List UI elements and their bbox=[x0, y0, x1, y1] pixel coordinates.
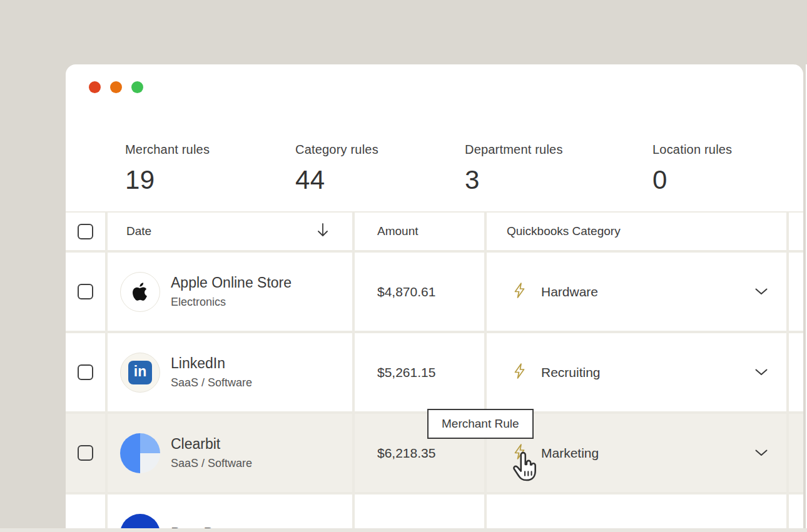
row-checkbox[interactable] bbox=[78, 445, 93, 461]
category-dropdown[interactable]: Recruiting bbox=[487, 333, 786, 411]
chevron-down-icon[interactable] bbox=[755, 288, 768, 295]
merchant-name: Clearbit bbox=[171, 436, 252, 453]
stat-label: Location rules bbox=[652, 143, 732, 157]
merchant-descriptor: Electronics bbox=[171, 296, 292, 309]
merchant-rule-bolt-icon[interactable] bbox=[512, 282, 527, 301]
stat-value: 3 bbox=[465, 165, 563, 195]
table-row: Best Buy bbox=[66, 494, 803, 528]
row-checkbox-cell bbox=[66, 494, 105, 528]
merchant-cell: Best Buy bbox=[108, 494, 352, 528]
select-all-checkbox[interactable] bbox=[78, 224, 93, 239]
stat-merchant-rules: Merchant rules 19 bbox=[125, 143, 210, 195]
header-date-cell[interactable]: Date bbox=[108, 213, 352, 250]
extra-cell bbox=[789, 414, 803, 492]
header-amount-cell[interactable]: Amount bbox=[355, 213, 484, 250]
header-extra-cell bbox=[789, 213, 803, 250]
amount-cell: $5,261.15 bbox=[355, 333, 484, 411]
header-category-cell[interactable]: Quickbooks Category bbox=[487, 213, 786, 250]
merchant-name: LinkedIn bbox=[171, 355, 252, 372]
amount-cell bbox=[355, 494, 484, 528]
transactions-table: Date Amount Quickbooks Category bbox=[66, 211, 803, 528]
merchant-info: Apple Online Store Electronics bbox=[171, 274, 292, 309]
merchant-name: Apple Online Store bbox=[171, 274, 292, 291]
row-checkbox[interactable] bbox=[78, 284, 93, 299]
bestbuy-logo-icon bbox=[120, 514, 160, 529]
app-window: Merchant rules 19 Category rules 44 Depa… bbox=[66, 64, 803, 528]
stat-department-rules: Department rules 3 bbox=[465, 143, 563, 195]
clearbit-logo-icon bbox=[120, 433, 160, 473]
category-value: Marketing bbox=[541, 446, 599, 461]
merchant-rule-tooltip: Merchant Rule bbox=[427, 409, 534, 439]
minimize-window-icon[interactable] bbox=[110, 81, 122, 93]
table-header-row: Date Amount Quickbooks Category bbox=[66, 213, 803, 250]
stat-location-rules: Location rules 0 bbox=[652, 143, 732, 195]
stat-category-rules: Category rules 44 bbox=[295, 143, 378, 195]
zoom-window-icon[interactable] bbox=[131, 81, 143, 93]
stat-label: Merchant rules bbox=[125, 143, 210, 157]
close-window-icon[interactable] bbox=[89, 81, 101, 93]
apple-logo-icon bbox=[120, 272, 160, 312]
merchant-info: Clearbit SaaS / Software bbox=[171, 436, 252, 470]
table-row: Apple Online Store Electronics $4,870.61… bbox=[66, 253, 803, 331]
stat-label: Category rules bbox=[295, 143, 378, 157]
chevron-down-icon[interactable] bbox=[755, 369, 768, 376]
stat-label: Department rules bbox=[465, 143, 563, 157]
window-controls bbox=[89, 81, 143, 93]
extra-cell bbox=[789, 494, 803, 528]
stat-value: 44 bbox=[295, 165, 378, 195]
extra-cell bbox=[789, 253, 803, 331]
category-column-label: Quickbooks Category bbox=[507, 224, 621, 238]
page-bottom-strip bbox=[0, 528, 807, 532]
extra-cell bbox=[789, 333, 803, 411]
row-checkbox-cell bbox=[66, 414, 105, 492]
merchant-descriptor: SaaS / Software bbox=[171, 457, 252, 470]
merchant-rule-bolt-icon[interactable] bbox=[512, 363, 527, 382]
category-dropdown[interactable] bbox=[487, 494, 786, 528]
merchant-cell: Clearbit SaaS / Software bbox=[108, 414, 352, 492]
merchant-cell: Apple Online Store Electronics bbox=[108, 253, 352, 331]
stat-value: 0 bbox=[652, 165, 732, 195]
merchant-info: LinkedIn SaaS / Software bbox=[171, 355, 252, 389]
header-checkbox-cell bbox=[66, 213, 105, 250]
date-column-label: Date bbox=[126, 224, 151, 238]
row-checkbox-cell bbox=[66, 253, 105, 331]
category-value: Hardware bbox=[541, 284, 598, 299]
table-row: in LinkedIn SaaS / Software $5,261.15 Re… bbox=[66, 333, 803, 411]
row-checkbox[interactable] bbox=[78, 364, 93, 380]
category-value: Recruiting bbox=[541, 365, 601, 380]
amount-value: $6,218.35 bbox=[377, 446, 435, 461]
linkedin-badge: in bbox=[128, 361, 152, 384]
linkedin-logo-icon: in bbox=[120, 353, 160, 393]
amount-column-label: Amount bbox=[377, 224, 418, 238]
merchant-cell: in LinkedIn SaaS / Software bbox=[108, 333, 352, 411]
merchant-descriptor: SaaS / Software bbox=[171, 376, 252, 389]
hand-pointer-cursor-icon bbox=[511, 451, 537, 484]
category-dropdown[interactable]: Hardware bbox=[487, 253, 786, 331]
amount-cell: $4,870.61 bbox=[355, 253, 484, 331]
amount-value: $4,870.61 bbox=[377, 284, 435, 299]
chevron-down-icon[interactable] bbox=[755, 449, 768, 456]
sort-descending-icon[interactable] bbox=[316, 222, 330, 241]
row-checkbox-cell bbox=[66, 333, 105, 411]
amount-value: $5,261.15 bbox=[377, 365, 435, 380]
stat-value: 19 bbox=[125, 165, 210, 195]
